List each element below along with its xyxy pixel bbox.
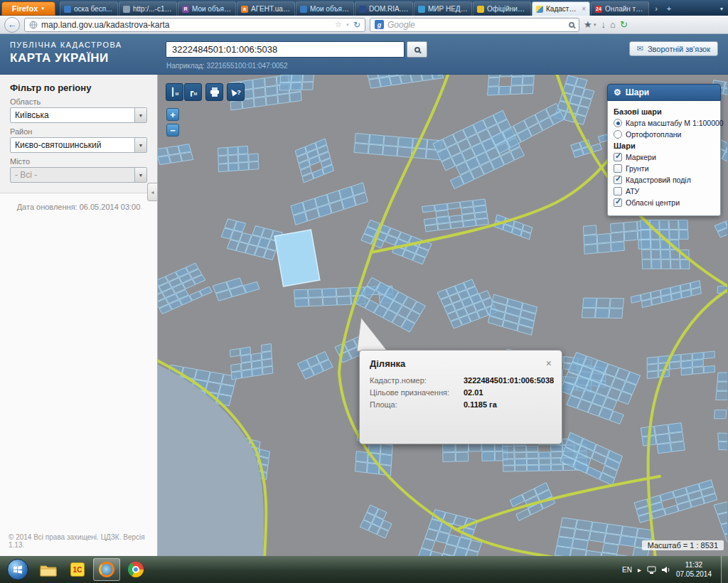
browser-tab-active[interactable]: Кадастр...× bbox=[532, 1, 590, 16]
globe-icon bbox=[29, 21, 38, 29]
logo-line1: ПУБЛІЧНА КАДАСТРОВА bbox=[10, 41, 122, 50]
google-icon: g bbox=[375, 20, 384, 29]
url-text[interactable]: map.land.gov.ua/kadastrova-karta bbox=[41, 20, 331, 30]
tab-favicon bbox=[536, 6, 543, 13]
browser-tab[interactable]: МИР НЕДВ... bbox=[414, 1, 472, 16]
show-desktop-button[interactable] bbox=[721, 556, 728, 583]
tab-overflow-button[interactable]: › bbox=[650, 1, 663, 16]
overlay-layer-option[interactable]: Грунти bbox=[614, 164, 714, 173]
page-content: Фільтр по регіону Область Київська ▼ Рай… bbox=[0, 75, 728, 556]
search-example-hint: Наприклад: 3221655100:01:047:0052 bbox=[166, 62, 288, 70]
firefox-menu-button[interactable]: Firefox ▼ bbox=[1, 1, 55, 16]
overlay-layer-option[interactable]: Обласні центри bbox=[614, 198, 714, 207]
print-button[interactable] bbox=[205, 83, 223, 101]
zoom-in-button[interactable]: + bbox=[166, 108, 179, 121]
base-layer-option[interactable]: Ортофотоплани bbox=[614, 130, 714, 139]
browser-tab[interactable]: оска бесп... bbox=[60, 1, 118, 16]
back-button[interactable]: ← bbox=[4, 17, 20, 33]
checkbox[interactable] bbox=[614, 187, 622, 196]
checkbox[interactable] bbox=[614, 164, 622, 173]
measure-area-button[interactable]: ┏м bbox=[184, 83, 202, 101]
row-value: 02.01 bbox=[464, 388, 483, 397]
feedback-button[interactable]: ✉ Зворотній зв'язок bbox=[629, 41, 718, 56]
overlay-layer-label: Маркери bbox=[626, 153, 656, 161]
browser-tab[interactable]: http:/...-c1-t5... bbox=[119, 1, 177, 16]
parcel-info-popup: Ділянка × Кадастр.номер: 3222484501:01:0… bbox=[359, 350, 562, 444]
new-tab-button[interactable]: + bbox=[663, 1, 675, 16]
tab-title: Онлайн тра... bbox=[605, 5, 645, 13]
overlay-layer-option[interactable]: Кадастровий поділ bbox=[614, 176, 714, 184]
overlay-layer-label: АТУ bbox=[626, 187, 639, 196]
search-icon[interactable] bbox=[569, 22, 574, 28]
layers-panel-header[interactable]: ⚙ Шари bbox=[607, 84, 721, 101]
radio-button[interactable] bbox=[614, 130, 622, 139]
close-icon[interactable]: × bbox=[546, 358, 552, 368]
chevron-down-icon: ▼ bbox=[593, 23, 597, 27]
browser-tab[interactable]: аАГЕНТ.ua - ... bbox=[237, 1, 295, 16]
tab-title: http:/...-c1-t5... bbox=[133, 5, 173, 13]
checkbox[interactable] bbox=[614, 153, 622, 161]
map-viewport: ┃м ┏м ? + − ⚙ Шари bbox=[158, 75, 728, 556]
sidebar-collapse-button[interactable]: ◂ bbox=[147, 183, 157, 201]
base-layer-option[interactable]: Карта масштабу М 1:100000 bbox=[614, 119, 714, 127]
url-dropdown-icon[interactable]: ▼ bbox=[346, 23, 350, 27]
windows-taskbar: 1С EN ▸ 11:32 07.05.2014 bbox=[0, 556, 728, 583]
bookmark-star-icon[interactable]: ☆ bbox=[335, 21, 342, 28]
tab-title: Мои объяв... bbox=[192, 5, 232, 13]
browser-tab[interactable]: Мои объяв... bbox=[296, 1, 354, 16]
cadastre-search-button[interactable] bbox=[407, 41, 427, 58]
web-search-bar[interactable]: g bbox=[370, 18, 579, 32]
rayon-select[interactable]: Києво-святошинський ▼ bbox=[10, 137, 147, 153]
url-bar[interactable]: map.land.gov.ua/kadastrova-karta ☆ ▼ ↻ bbox=[24, 18, 365, 32]
reload-icon[interactable]: ↻ bbox=[353, 21, 360, 29]
radio-button[interactable] bbox=[614, 119, 622, 127]
browser-tab[interactable]: 24Онлайн тра... bbox=[591, 1, 649, 16]
oblast-select[interactable]: Київська ▼ bbox=[10, 107, 147, 123]
taskbar-chrome-button[interactable] bbox=[122, 558, 149, 581]
language-indicator[interactable]: EN bbox=[622, 566, 632, 574]
zoom-out-button[interactable]: − bbox=[166, 124, 179, 137]
row-label: Цільове призначення: bbox=[370, 388, 464, 397]
measure-length-button[interactable]: ┃м bbox=[166, 83, 183, 101]
popup-title: Ділянка bbox=[370, 358, 405, 369]
web-search-input[interactable] bbox=[387, 20, 565, 30]
tab-close-icon[interactable]: × bbox=[582, 6, 586, 13]
start-button[interactable] bbox=[7, 559, 28, 580]
browser-tab[interactable]: DOM.RIA.c... bbox=[355, 1, 413, 16]
checkbox[interactable] bbox=[614, 176, 622, 184]
chrome-icon bbox=[128, 562, 144, 577]
volume-icon[interactable] bbox=[662, 566, 670, 574]
rayon-label: Район bbox=[10, 127, 147, 136]
chevron-down-icon[interactable]: ▼ bbox=[134, 108, 146, 122]
network-icon[interactable] bbox=[647, 566, 656, 574]
cadastre-search-input[interactable] bbox=[166, 41, 405, 58]
show-hidden-icons-arrow[interactable]: ▸ bbox=[638, 566, 641, 574]
checkbox[interactable] bbox=[614, 198, 622, 207]
overlay-layer-option[interactable]: АТУ bbox=[614, 187, 714, 196]
overlay-layer-label: Грунти bbox=[626, 164, 649, 173]
home-button[interactable]: ⌂ bbox=[610, 19, 616, 30]
overlay-layer-option[interactable]: Маркери bbox=[614, 153, 714, 161]
popup-row: Площа: 0.1185 га bbox=[370, 400, 552, 409]
browser-tab[interactable]: RМои объяв... bbox=[178, 1, 236, 16]
sync-addon-icon[interactable]: ↻ bbox=[620, 19, 628, 30]
identify-parcel-button[interactable]: ? bbox=[227, 83, 245, 101]
tab-favicon bbox=[477, 6, 484, 13]
taskbar-firefox-button[interactable] bbox=[93, 558, 120, 581]
taskbar-explorer-button[interactable] bbox=[35, 558, 62, 581]
windows-flag-icon bbox=[13, 565, 23, 574]
taskbar-1c-button[interactable]: 1С bbox=[64, 558, 91, 581]
taskbar-clock[interactable]: 11:32 07.05.2014 bbox=[676, 560, 712, 579]
popup-row: Цільове призначення: 02.01 bbox=[370, 388, 552, 397]
browser-tab[interactable]: Офіційний ... bbox=[473, 1, 531, 16]
row-value: 3222484501:01:006:5038 bbox=[464, 376, 554, 385]
list-all-tabs-button[interactable]: ▼ bbox=[715, 1, 728, 16]
downloads-button[interactable]: ↓ bbox=[601, 19, 606, 30]
site-logo[interactable]: ПУБЛІЧНА КАДАСТРОВА КАРТА УКРАЇНИ bbox=[10, 41, 122, 65]
tab-favicon bbox=[418, 6, 425, 13]
bookmarks-button[interactable]: ★▼ bbox=[584, 19, 597, 30]
chevron-down-icon[interactable]: ▼ bbox=[134, 138, 146, 152]
popup-row: Кадастр.номер: 3222484501:01:006:5038 bbox=[370, 376, 552, 385]
row-label: Кадастр.номер: bbox=[370, 376, 464, 385]
tab-title: оска бесп... bbox=[74, 5, 114, 13]
